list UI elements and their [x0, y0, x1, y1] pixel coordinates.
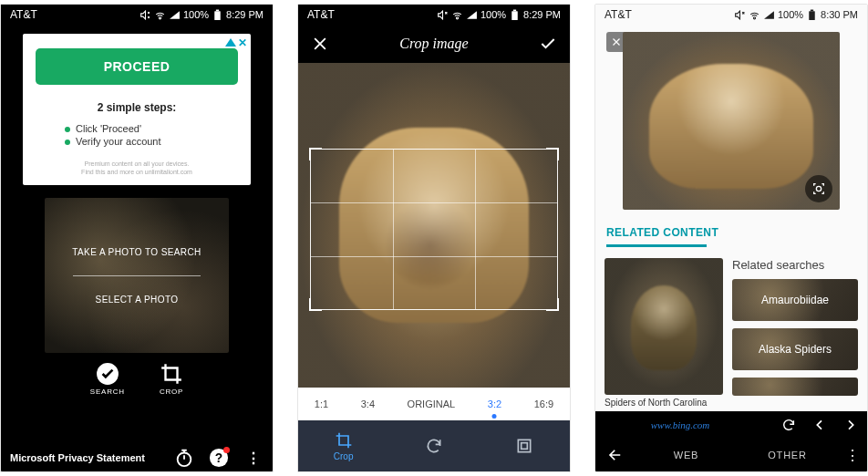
aspect-ratio-selector: 1:1 3:4 ORIGINAL 3:2 16:9 [298, 388, 570, 420]
crop-icon [160, 362, 183, 386]
ad-adchoices[interactable]: ✕ [225, 37, 247, 48]
search-button[interactable]: SEARCH [90, 362, 125, 396]
svg-rect-9 [522, 443, 528, 450]
check-circle-icon [96, 362, 119, 386]
related-searches-title: Related searches [732, 258, 858, 272]
screen-search-app: AT&T 100% 8:29 PM ✕ PROCEED 2 simple ste… [0, 4, 274, 472]
crop-button[interactable]: CROP [160, 362, 183, 396]
time-label: 8:29 PM [523, 9, 561, 20]
battery-pct-label: 100% [480, 9, 506, 20]
screen-search-results: AT&T 100% 8:30 PM RELATED CONTENT [594, 4, 868, 472]
toolbar-crop[interactable]: Crop [298, 420, 388, 471]
ratio-3-2[interactable]: 3:2 [486, 395, 503, 413]
battery-pct-label: 100% [183, 9, 209, 20]
crop-handle-tr[interactable] [546, 148, 559, 160]
notification-dot [223, 447, 230, 453]
ratio-3-4[interactable]: 3:4 [359, 395, 377, 413]
tab-related-content[interactable]: RELATED CONTENT [606, 226, 856, 239]
nav-back-icon[interactable] [812, 418, 827, 432]
ratio-16-9[interactable]: 16:9 [532, 395, 555, 413]
crop-handle-bl[interactable] [309, 298, 322, 311]
lens-icon [811, 181, 826, 196]
tab-web[interactable]: WEB [636, 450, 737, 460]
nav-forward-icon[interactable] [843, 418, 858, 432]
crop-canvas[interactable] [298, 63, 570, 388]
carrier-label: AT&T [604, 8, 632, 21]
svg-rect-7 [513, 9, 516, 11]
ad-step-1: Click 'Proceed' [65, 123, 209, 134]
privacy-link[interactable]: Microsoft Privacy Statement [10, 452, 145, 463]
ad-steps-title: 2 simple steps: [98, 101, 177, 114]
status-icons: 100% 8:29 PM [437, 9, 561, 21]
svg-rect-0 [214, 11, 221, 20]
adchoices-icon [225, 38, 236, 47]
resize-icon [515, 437, 533, 455]
carrier-label: AT&T [307, 8, 335, 21]
proceed-button[interactable]: PROCEED [36, 48, 238, 85]
overflow-menu-button[interactable]: ⋮ [838, 447, 867, 464]
take-photo-button[interactable]: TAKE A PHOTO TO SEARCH [72, 247, 201, 257]
ad-banner: ✕ PROCEED 2 simple steps: Click 'Proceed… [23, 34, 251, 185]
tab-other[interactable]: OTHER [737, 450, 838, 460]
battery-icon [212, 9, 223, 21]
mute-icon [734, 9, 746, 21]
svg-rect-10 [809, 11, 815, 20]
crop-icon [335, 431, 353, 450]
back-button[interactable] [595, 447, 636, 463]
overflow-menu-button[interactable]: ⋮ [243, 448, 264, 468]
status-icons: 100% 8:30 PM [734, 9, 858, 21]
confirm-check-icon[interactable] [539, 35, 557, 53]
photo-selection-panel: TAKE A PHOTO TO SEARCH SELECT A PHOTO [45, 198, 229, 353]
ratio-original[interactable]: ORIGINAL [406, 395, 458, 413]
ad-close-icon[interactable]: ✕ [238, 37, 247, 48]
related-chip-amaurobiidae[interactable]: Amaurobiidae [732, 279, 858, 321]
help-button[interactable]: ? [209, 448, 229, 468]
wifi-icon [749, 9, 760, 21]
mute-icon [140, 9, 151, 21]
toolbar-resize[interactable] [480, 420, 570, 471]
ad-steps-list: Click 'Proceed' Verify your account [36, 121, 238, 149]
time-label: 8:30 PM [821, 9, 858, 20]
rotate-icon [425, 437, 443, 455]
status-icons: 100% 8:29 PM [140, 9, 264, 21]
crop-handle-tl[interactable] [309, 148, 322, 160]
ratio-1-1[interactable]: 1:1 [313, 395, 330, 413]
battery-icon [806, 9, 818, 21]
related-chip-partial[interactable] [732, 378, 858, 396]
crop-handle-br[interactable] [546, 298, 559, 311]
crop-title: Crop image [399, 36, 468, 52]
browser-address-bar: www.bing.com [595, 411, 867, 439]
status-bar: AT&T 100% 8:29 PM [1, 5, 273, 25]
tab-underline [606, 244, 707, 247]
time-label: 8:29 PM [226, 9, 264, 20]
mute-icon [437, 9, 449, 21]
signal-icon [169, 9, 181, 21]
wifi-icon [154, 9, 166, 21]
status-bar: AT&T 100% 8:29 PM [298, 5, 570, 25]
close-icon [611, 36, 622, 47]
visual-search-lens-button[interactable] [805, 175, 832, 202]
crop-frame[interactable] [311, 150, 557, 309]
svg-rect-6 [512, 11, 518, 20]
refresh-icon[interactable] [781, 418, 796, 432]
screen-crop-image: AT&T 100% 8:29 PM Crop image [297, 4, 571, 472]
timer-button[interactable] [174, 448, 194, 468]
svg-text:?: ? [215, 451, 222, 465]
battery-pct-label: 100% [778, 9, 803, 20]
image-content [649, 64, 814, 189]
svg-point-12 [816, 187, 821, 191]
url-label[interactable]: www.bing.com [595, 419, 765, 430]
related-chip-alaska-spiders[interactable]: Alaska Spiders [732, 328, 858, 370]
battery-icon [509, 9, 521, 21]
result-thumbnail[interactable] [604, 258, 723, 395]
toolbar-rotate[interactable] [388, 420, 479, 471]
svg-rect-11 [811, 9, 813, 11]
signal-icon [466, 9, 478, 21]
status-bar: AT&T 100% 8:30 PM [595, 5, 867, 25]
image-content [631, 285, 698, 370]
select-photo-button[interactable]: SELECT A PHOTO [96, 295, 179, 305]
close-icon[interactable] [311, 35, 329, 53]
svg-rect-8 [519, 440, 531, 451]
arrow-left-icon [607, 447, 624, 463]
carrier-label: AT&T [10, 8, 37, 21]
